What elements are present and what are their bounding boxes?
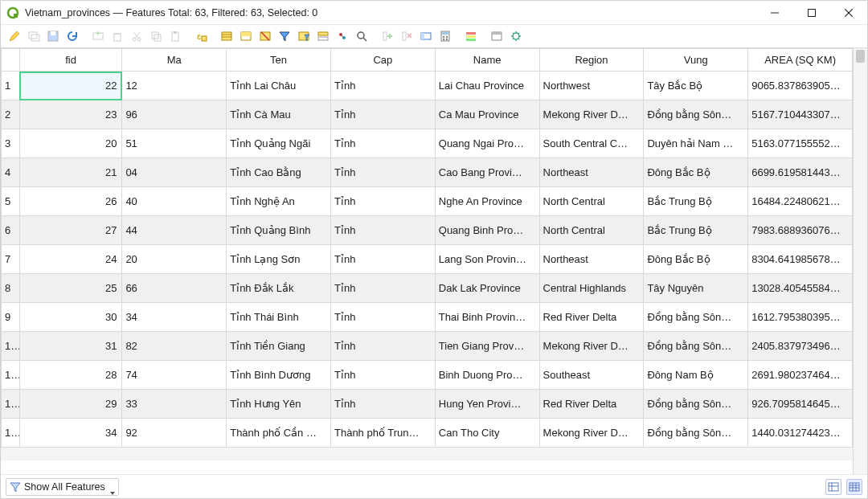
cell[interactable]: Tỉnh Đắk Lắk [227,274,331,303]
cell[interactable]: 20 [122,245,227,274]
cell[interactable]: 926.7095814645… [748,390,853,419]
col-header[interactable]: Cap [330,49,435,72]
cell[interactable]: 12 [122,72,227,100]
cell[interactable]: Mekong River D… [539,100,644,129]
cell[interactable]: 92 [122,419,227,448]
cell[interactable]: Tỉnh [330,332,435,361]
col-header[interactable]: Name [435,49,539,72]
cell[interactable]: 6699.619581443… [748,158,853,187]
cell[interactable]: Mekong River D… [539,332,644,361]
table-row[interactable]: 42104Tỉnh Cao BằngTỉnhCao Bang Provi…Nor… [2,158,853,187]
table-row[interactable]: 12212Tỉnh Lai ChâuTỉnhLai Chau ProvinceN… [2,72,853,100]
cell[interactable]: Tỉnh Cà Mau [227,100,331,129]
copy-icon[interactable] [147,27,165,45]
cell[interactable]: 7983.688936076… [748,216,853,245]
cell[interactable]: 74 [122,361,227,390]
cell[interactable]: Bắc Trung Bộ [644,216,748,245]
cell[interactable]: Tỉnh Nghệ An [227,187,331,216]
table-row[interactable]: 62744Tỉnh Quảng BìnhTỉnhQuang Binh Pro…N… [2,216,853,245]
row-header[interactable]: 8 [2,274,20,303]
cell[interactable]: 13028.40545584… [748,274,853,303]
table-row[interactable]: 93034Tỉnh Thái BìnhTỉnhThai Binh Provin…… [2,303,853,332]
show-features-filter-button[interactable]: Show All Features [6,478,119,496]
calc-icon[interactable] [436,27,454,45]
cell[interactable]: 5167.710443307… [748,100,853,129]
cell[interactable]: Tỉnh [330,390,435,419]
cell[interactable]: Tỉnh [330,361,435,390]
deselect-icon[interactable] [256,27,274,45]
cell[interactable]: Tien Giang Prov… [435,332,539,361]
cell[interactable]: Tỉnh Lai Châu [227,72,331,100]
cell[interactable]: South Central C… [539,129,644,158]
cell[interactable]: 1612.795380395… [748,303,853,332]
cell[interactable]: 5163.077155552… [748,129,853,158]
cell[interactable]: Đồng bằng Sôn… [644,390,748,419]
cell[interactable]: 2691.980237464… [748,361,853,390]
cell[interactable]: 30 [19,303,122,332]
pan-to-sel-icon[interactable] [334,27,351,45]
delete-icon[interactable] [108,27,126,45]
cell[interactable]: Tỉnh [330,303,435,332]
table-row[interactable]: 52640Tỉnh Nghệ AnTỉnhNghe An ProvinceNor… [2,187,853,216]
row-header[interactable]: 5 [2,187,20,216]
table-row[interactable]: 32051Tỉnh Quảng NgãiTỉnhQuang Ngai Pro…S… [2,129,853,158]
cell[interactable]: Tỉnh [330,100,435,129]
close-button[interactable] [830,1,867,24]
cell[interactable]: Tỉnh [330,129,435,158]
cell[interactable]: 24 [19,245,122,274]
table-row[interactable]: 133492Thành phố Cần …Thành phố Trun…Can … [2,419,853,448]
table-row[interactable]: 72420Tỉnh Lạng SơnTỉnhLang Son Provin…No… [2,245,853,274]
cell[interactable]: 34 [19,419,122,448]
cell[interactable]: Đồng bằng Sôn… [644,100,748,129]
table-row[interactable]: 22396Tỉnh Cà MauTỉnhCa Mau ProvinceMekon… [2,100,853,129]
cell[interactable]: 40 [122,187,227,216]
expr-select-icon[interactable]: ε [192,27,210,45]
row-header[interactable]: 13 [2,419,20,448]
row-header[interactable]: 11 [2,361,20,390]
table-row[interactable]: 112874Tỉnh Bình DươngTỉnhBinh Duong Pro…… [2,361,853,390]
cell[interactable]: Đông Bắc Bộ [644,245,748,274]
cell[interactable]: Đông Nam Bộ [644,361,748,390]
cell[interactable]: 16484.22480621… [748,187,853,216]
cell[interactable]: Thai Binh Provin… [435,303,539,332]
cell[interactable]: North Central [539,187,644,216]
cell[interactable]: Bắc Trung Bộ [644,187,748,216]
cell[interactable]: Duyên hải Nam … [644,129,748,158]
cell[interactable]: Mekong River D… [539,419,644,448]
col-header[interactable]: Vung [644,49,748,72]
row-header[interactable]: 6 [2,216,20,245]
cell[interactable]: Tỉnh Quảng Bình [227,216,331,245]
cell[interactable]: 66 [122,274,227,303]
col-header[interactable]: AREA (SQ KM) [748,49,853,72]
cell[interactable]: Tây Bắc Bộ [644,72,748,100]
row-header[interactable]: 9 [2,303,20,332]
multiedit-icon[interactable] [25,27,43,45]
cell[interactable]: 82 [122,332,227,361]
cell[interactable]: Tỉnh [330,158,435,187]
expr-filter-icon[interactable] [295,27,313,45]
cell[interactable]: Central Highlands [539,274,644,303]
del-col-icon[interactable] [398,27,416,45]
row-header[interactable]: 3 [2,129,20,158]
cell[interactable]: 33 [122,390,227,419]
cell[interactable]: 31 [19,332,122,361]
cell[interactable]: 27 [19,216,122,245]
rename-col-icon[interactable] [417,27,435,45]
table-row[interactable]: 103182Tỉnh Tiền GiangTỉnhTien Giang Prov… [2,332,853,361]
row-header[interactable]: 1 [2,72,20,100]
cell[interactable]: Thành phố Cần … [227,419,331,448]
cell[interactable]: Tỉnh Lạng Sơn [227,245,331,274]
table-row[interactable]: 122933Tỉnh Hưng YênTỉnhHung Yen Provi…Re… [2,390,853,419]
cell[interactable]: Tây Nguyên [644,274,748,303]
cell[interactable]: Quang Binh Pro… [435,216,539,245]
col-header[interactable]: Region [539,49,644,72]
cell[interactable]: Đồng bằng Sôn… [644,332,748,361]
cell[interactable]: Red River Delta [539,390,644,419]
row-header[interactable]: 7 [2,245,20,274]
zoom-to-sel-icon[interactable] [353,27,371,45]
pencil-icon[interactable] [6,27,23,45]
add-feature-icon[interactable] [89,27,107,45]
cell[interactable]: Lai Chau Province [435,72,539,100]
cell[interactable]: Tỉnh [330,245,435,274]
table-row[interactable]: 82566Tỉnh Đắk LắkTỉnhDak Lak ProvinceCen… [2,274,853,303]
